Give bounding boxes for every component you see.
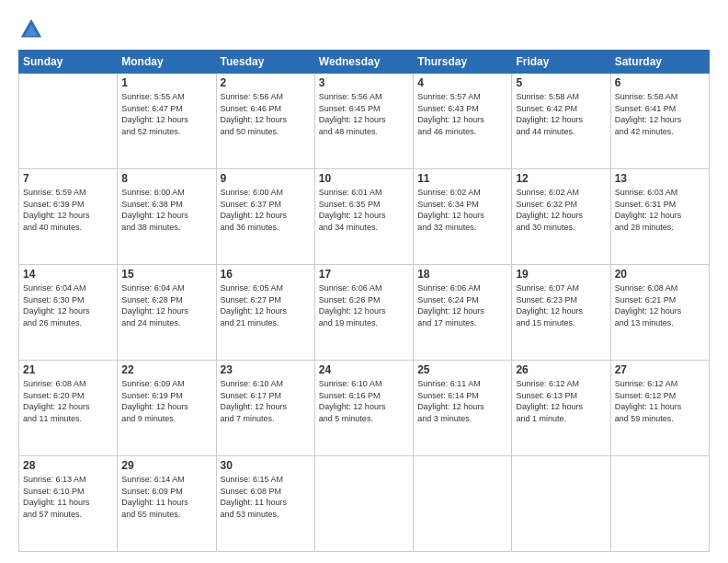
cell-info: Sunrise: 5:57 AM Sunset: 6:43 PM Dayligh…: [417, 91, 507, 137]
calendar-cell: [314, 456, 413, 552]
day-number: 25: [417, 363, 507, 376]
day-number: 9: [221, 172, 311, 185]
cell-info: Sunrise: 6:12 AM Sunset: 6:13 PM Dayligh…: [516, 378, 606, 424]
cell-info: Sunrise: 6:02 AM Sunset: 6:32 PM Dayligh…: [516, 187, 606, 233]
cell-info: Sunrise: 6:11 AM Sunset: 6:14 PM Dayligh…: [417, 378, 507, 424]
page: SundayMondayTuesdayWednesdayThursdayFrid…: [0, 0, 728, 563]
calendar-cell: 21Sunrise: 6:08 AM Sunset: 6:20 PM Dayli…: [19, 361, 118, 456]
day-number: 21: [23, 363, 113, 376]
header: [18, 17, 710, 42]
cell-info: Sunrise: 6:08 AM Sunset: 6:20 PM Dayligh…: [23, 378, 113, 424]
day-number: 16: [221, 268, 311, 281]
cell-info: Sunrise: 6:10 AM Sunset: 6:16 PM Dayligh…: [319, 378, 409, 424]
calendar-cell: 8Sunrise: 6:00 AM Sunset: 6:38 PM Daylig…: [118, 169, 216, 265]
day-number: 4: [417, 76, 507, 89]
day-number: 12: [516, 172, 606, 185]
calendar-cell: [610, 456, 709, 552]
calendar-cell: [512, 456, 610, 552]
day-number: 3: [319, 76, 409, 89]
day-number: 22: [121, 363, 211, 376]
calendar-cell: 25Sunrise: 6:11 AM Sunset: 6:14 PM Dayli…: [414, 361, 512, 456]
day-number: 29: [121, 459, 211, 472]
cell-info: Sunrise: 6:00 AM Sunset: 6:37 PM Dayligh…: [221, 187, 311, 233]
day-number: 23: [221, 363, 311, 376]
day-number: 17: [319, 268, 409, 281]
cell-info: Sunrise: 5:56 AM Sunset: 6:46 PM Dayligh…: [221, 91, 311, 137]
cell-info: Sunrise: 6:09 AM Sunset: 6:19 PM Dayligh…: [121, 378, 211, 424]
calendar-cell: 15Sunrise: 6:04 AM Sunset: 6:28 PM Dayli…: [118, 265, 216, 361]
calendar-cell: 18Sunrise: 6:06 AM Sunset: 6:24 PM Dayli…: [414, 265, 512, 361]
cell-info: Sunrise: 6:12 AM Sunset: 6:12 PM Dayligh…: [615, 378, 705, 424]
day-number: 15: [121, 268, 211, 281]
day-number: 5: [516, 76, 606, 89]
calendar-cell: 30Sunrise: 6:15 AM Sunset: 6:08 PM Dayli…: [216, 456, 314, 552]
logo: [18, 17, 48, 42]
calendar-cell: 24Sunrise: 6:10 AM Sunset: 6:16 PM Dayli…: [314, 361, 413, 456]
calendar-cell: 4Sunrise: 5:57 AM Sunset: 6:43 PM Daylig…: [414, 74, 512, 169]
day-number: 8: [121, 172, 211, 185]
calendar-cell: 2Sunrise: 5:56 AM Sunset: 6:46 PM Daylig…: [216, 74, 314, 169]
col-header-friday: Friday: [512, 51, 610, 74]
calendar-cell: 13Sunrise: 6:03 AM Sunset: 6:31 PM Dayli…: [610, 169, 709, 265]
col-header-saturday: Saturday: [610, 51, 709, 74]
calendar-cell: 9Sunrise: 6:00 AM Sunset: 6:37 PM Daylig…: [216, 169, 314, 265]
cell-info: Sunrise: 6:03 AM Sunset: 6:31 PM Dayligh…: [615, 187, 705, 233]
calendar-cell: 3Sunrise: 5:56 AM Sunset: 6:45 PM Daylig…: [314, 74, 413, 169]
col-header-sunday: Sunday: [19, 51, 118, 74]
calendar-cell: 19Sunrise: 6:07 AM Sunset: 6:23 PM Dayli…: [512, 265, 610, 361]
calendar-cell: 6Sunrise: 5:58 AM Sunset: 6:41 PM Daylig…: [610, 74, 709, 169]
week-row-3: 21Sunrise: 6:08 AM Sunset: 6:20 PM Dayli…: [19, 361, 710, 456]
day-number: 20: [615, 268, 705, 281]
logo-icon: [18, 17, 44, 42]
cell-info: Sunrise: 6:07 AM Sunset: 6:23 PM Dayligh…: [516, 282, 606, 328]
calendar-cell: 12Sunrise: 6:02 AM Sunset: 6:32 PM Dayli…: [512, 169, 610, 265]
cell-info: Sunrise: 6:08 AM Sunset: 6:21 PM Dayligh…: [615, 282, 705, 328]
day-number: 13: [615, 172, 705, 185]
calendar-cell: 1Sunrise: 5:55 AM Sunset: 6:47 PM Daylig…: [118, 74, 216, 169]
cell-info: Sunrise: 6:10 AM Sunset: 6:17 PM Dayligh…: [221, 378, 311, 424]
day-number: 6: [615, 76, 705, 89]
calendar-cell: 28Sunrise: 6:13 AM Sunset: 6:10 PM Dayli…: [19, 456, 118, 552]
cell-info: Sunrise: 5:56 AM Sunset: 6:45 PM Dayligh…: [319, 91, 409, 137]
cell-info: Sunrise: 6:02 AM Sunset: 6:34 PM Dayligh…: [417, 187, 507, 233]
day-number: 18: [417, 268, 507, 281]
day-number: 11: [417, 172, 507, 185]
week-row-2: 14Sunrise: 6:04 AM Sunset: 6:30 PM Dayli…: [19, 265, 710, 361]
day-number: 24: [319, 363, 409, 376]
calendar-cell: 11Sunrise: 6:02 AM Sunset: 6:34 PM Dayli…: [414, 169, 512, 265]
calendar-cell: 23Sunrise: 6:10 AM Sunset: 6:17 PM Dayli…: [216, 361, 314, 456]
cell-info: Sunrise: 6:00 AM Sunset: 6:38 PM Dayligh…: [121, 187, 211, 233]
day-number: 30: [221, 459, 311, 472]
cell-info: Sunrise: 6:01 AM Sunset: 6:35 PM Dayligh…: [319, 187, 409, 233]
calendar-table: SundayMondayTuesdayWednesdayThursdayFrid…: [18, 50, 710, 552]
calendar-header-row: SundayMondayTuesdayWednesdayThursdayFrid…: [19, 51, 710, 74]
cell-info: Sunrise: 6:15 AM Sunset: 6:08 PM Dayligh…: [221, 474, 311, 520]
col-header-wednesday: Wednesday: [314, 51, 413, 74]
week-row-1: 7Sunrise: 5:59 AM Sunset: 6:39 PM Daylig…: [19, 169, 710, 265]
cell-info: Sunrise: 6:14 AM Sunset: 6:09 PM Dayligh…: [121, 474, 211, 520]
calendar-cell: 10Sunrise: 6:01 AM Sunset: 6:35 PM Dayli…: [314, 169, 413, 265]
day-number: 28: [23, 459, 113, 472]
calendar-cell: [414, 456, 512, 552]
day-number: 7: [23, 172, 113, 185]
day-number: 26: [516, 363, 606, 376]
calendar-cell: 26Sunrise: 6:12 AM Sunset: 6:13 PM Dayli…: [512, 361, 610, 456]
cell-info: Sunrise: 5:59 AM Sunset: 6:39 PM Dayligh…: [23, 187, 113, 233]
cell-info: Sunrise: 6:06 AM Sunset: 6:24 PM Dayligh…: [417, 282, 507, 328]
day-number: 1: [121, 76, 211, 89]
calendar-cell: 20Sunrise: 6:08 AM Sunset: 6:21 PM Dayli…: [610, 265, 709, 361]
col-header-tuesday: Tuesday: [216, 51, 314, 74]
cell-info: Sunrise: 6:04 AM Sunset: 6:28 PM Dayligh…: [121, 282, 211, 328]
calendar-cell: 22Sunrise: 6:09 AM Sunset: 6:19 PM Dayli…: [118, 361, 216, 456]
day-number: 27: [615, 363, 705, 376]
cell-info: Sunrise: 5:55 AM Sunset: 6:47 PM Dayligh…: [121, 91, 211, 137]
calendar-cell: 7Sunrise: 5:59 AM Sunset: 6:39 PM Daylig…: [19, 169, 118, 265]
calendar-cell: 5Sunrise: 5:58 AM Sunset: 6:42 PM Daylig…: [512, 74, 610, 169]
calendar-cell: [19, 74, 118, 169]
day-number: 14: [23, 268, 113, 281]
calendar-cell: 16Sunrise: 6:05 AM Sunset: 6:27 PM Dayli…: [216, 265, 314, 361]
cell-info: Sunrise: 5:58 AM Sunset: 6:41 PM Dayligh…: [615, 91, 705, 137]
cell-info: Sunrise: 6:13 AM Sunset: 6:10 PM Dayligh…: [23, 474, 113, 520]
calendar-cell: 14Sunrise: 6:04 AM Sunset: 6:30 PM Dayli…: [19, 265, 118, 361]
col-header-thursday: Thursday: [414, 51, 512, 74]
